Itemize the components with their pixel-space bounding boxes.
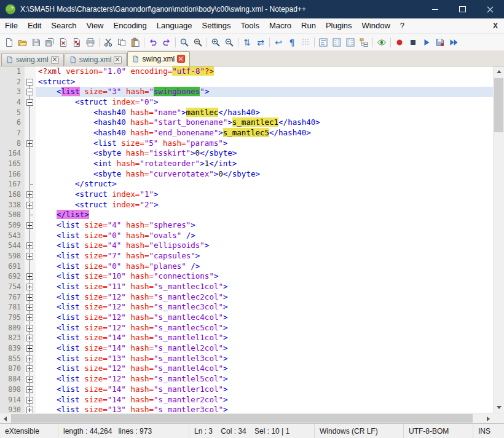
- paste-icon[interactable]: [129, 36, 141, 49]
- fold-expand-icon[interactable]: [25, 323, 36, 333]
- undo-icon[interactable]: [147, 36, 159, 49]
- menu-item-encoding[interactable]: Encoding: [109, 18, 152, 33]
- fold-expand-icon[interactable]: [25, 354, 36, 364]
- macro-run-multiple-icon[interactable]: [447, 36, 460, 49]
- fold-expand-icon[interactable]: [25, 384, 36, 395]
- indent-guide-icon[interactable]: [299, 36, 312, 49]
- menu-items: FileEditSearchViewEncodingLanguageSettin…: [0, 18, 409, 33]
- replace-icon[interactable]: [192, 36, 204, 49]
- code-text: <list size="14" hash="s_mantlel2col">: [36, 343, 493, 354]
- status-eol-format[interactable]: Windows (CR LF): [314, 424, 403, 438]
- tab-close-icon[interactable]: [177, 55, 185, 63]
- menu-close-document-button[interactable]: X: [487, 22, 504, 30]
- menu-item-file[interactable]: File: [0, 18, 23, 33]
- macro-record-icon[interactable]: [393, 36, 406, 49]
- close-all-icon[interactable]: [71, 36, 83, 49]
- fold-expand-icon[interactable]: [25, 251, 36, 261]
- menu-item-search[interactable]: Search: [46, 18, 81, 33]
- macro-play-icon[interactable]: [420, 36, 433, 49]
- fold-collapse-icon[interactable]: [25, 97, 36, 108]
- fold-expand-icon[interactable]: [25, 374, 36, 384]
- code-text: <list size="0" hash="planes" />: [36, 261, 493, 272]
- menu-item-help[interactable]: ?: [395, 18, 409, 33]
- tab-3-swing-xml[interactable]: swing.xml: [127, 51, 190, 66]
- zoom-in-icon[interactable]: [210, 36, 222, 49]
- menu-item-plugins[interactable]: Plugins: [321, 18, 357, 33]
- menu-item-run[interactable]: Run: [296, 18, 321, 33]
- fold-expand-icon[interactable]: [25, 313, 36, 323]
- fold-expand-icon[interactable]: [25, 292, 36, 303]
- fold-collapse-icon[interactable]: [25, 87, 36, 97]
- word-wrap-icon[interactable]: ↩: [272, 36, 285, 49]
- fold-expand-icon[interactable]: [25, 405, 36, 413]
- fold-expand-icon[interactable]: [25, 395, 36, 405]
- save-icon[interactable]: [30, 36, 42, 49]
- save-all-icon[interactable]: [44, 36, 56, 49]
- fold-expand-icon[interactable]: [25, 271, 36, 282]
- fold-expand-icon[interactable]: [25, 333, 36, 343]
- menu-item-view[interactable]: View: [82, 18, 109, 33]
- tab-2-swing-xml[interactable]: swing.xml: [65, 53, 127, 66]
- menu-item-tools[interactable]: Tools: [236, 18, 264, 33]
- open-file-icon[interactable]: [17, 36, 29, 49]
- sync-horizontal-scroll-icon[interactable]: ⇄: [254, 36, 267, 49]
- cut-icon[interactable]: [102, 36, 114, 49]
- fold-margin: [25, 179, 36, 189]
- fold-expand-icon[interactable]: [25, 343, 36, 354]
- fold-collapse-icon[interactable]: [25, 77, 36, 87]
- vertical-scroll-thumb[interactable]: [494, 78, 503, 132]
- zoom-out-icon[interactable]: [223, 36, 235, 49]
- macro-save-icon[interactable]: [434, 36, 446, 49]
- function-list-icon[interactable]: [317, 36, 329, 49]
- show-all-characters-icon[interactable]: ¶: [286, 36, 298, 49]
- monitoring-icon[interactable]: [376, 36, 388, 49]
- menu-item-window[interactable]: Window: [357, 18, 395, 33]
- scroll-down-arrow-icon[interactable]: [494, 402, 504, 413]
- menu-item-edit[interactable]: Edit: [23, 18, 46, 33]
- code-line-692: 692<list size="10" hash="connections">: [0, 271, 493, 282]
- fold-expand-icon[interactable]: [25, 200, 36, 210]
- close-icon[interactable]: [57, 36, 69, 49]
- fold-expand-icon[interactable]: [25, 302, 36, 313]
- status-insert-mode[interactable]: INS: [473, 424, 504, 438]
- fold-expand-icon[interactable]: [25, 282, 36, 292]
- scroll-right-arrow-icon[interactable]: [483, 413, 494, 424]
- code-text: <sbyte hash="curverotatex">0</sbyte>: [36, 169, 493, 180]
- macro-stop-icon[interactable]: [407, 36, 419, 49]
- menu-item-settings[interactable]: Settings: [197, 18, 236, 33]
- minimize-button[interactable]: [421, 0, 449, 18]
- sync-vertical-scroll-icon[interactable]: ⇅: [241, 36, 253, 49]
- close-icon: [487, 6, 494, 13]
- fold-expand-icon[interactable]: [25, 189, 36, 200]
- print-icon[interactable]: [84, 36, 96, 49]
- vertical-scrollbar[interactable]: [493, 66, 504, 413]
- document-map-icon[interactable]: [331, 36, 343, 49]
- document-list-icon[interactable]: [344, 36, 356, 49]
- tab-close-icon[interactable]: [51, 56, 59, 64]
- tab-close-icon[interactable]: [114, 56, 122, 64]
- minimize-icon: [432, 9, 438, 10]
- maximize-icon: [459, 6, 466, 12]
- code-text: <hash40 hash="name">mantlec</hash40>: [36, 108, 493, 118]
- fold-expand-icon[interactable]: [25, 138, 36, 149]
- maximize-button[interactable]: [449, 0, 476, 18]
- fold-expand-icon[interactable]: [25, 220, 36, 231]
- fold-expand-icon[interactable]: [25, 364, 36, 374]
- menu-item-macro[interactable]: Macro: [264, 18, 296, 33]
- close-button[interactable]: [476, 0, 504, 18]
- copy-icon[interactable]: [116, 36, 128, 49]
- code-line-165: 165<int hash="rotateorder">1</int>: [0, 159, 493, 169]
- tab-1-swing-xml[interactable]: swing.xml: [1, 53, 64, 66]
- new-file-icon[interactable]: [3, 36, 15, 49]
- scroll-left-arrow-icon[interactable]: [0, 413, 10, 424]
- folder-as-workspace-icon[interactable]: [358, 36, 370, 49]
- horizontal-scrollbar[interactable]: [0, 413, 494, 423]
- fold-expand-icon[interactable]: [25, 241, 36, 251]
- menu-item-language[interactable]: Language: [152, 18, 197, 33]
- scroll-up-arrow-icon[interactable]: [494, 66, 504, 77]
- horizontal-scroll-thumb[interactable]: [11, 414, 473, 423]
- redo-icon[interactable]: [160, 36, 173, 49]
- find-icon[interactable]: [178, 36, 191, 49]
- code-area[interactable]: 1<?xml version="1.0" encoding="utf-8"?>2…: [0, 66, 493, 413]
- status-encoding[interactable]: UTF-8-BOM: [403, 424, 473, 438]
